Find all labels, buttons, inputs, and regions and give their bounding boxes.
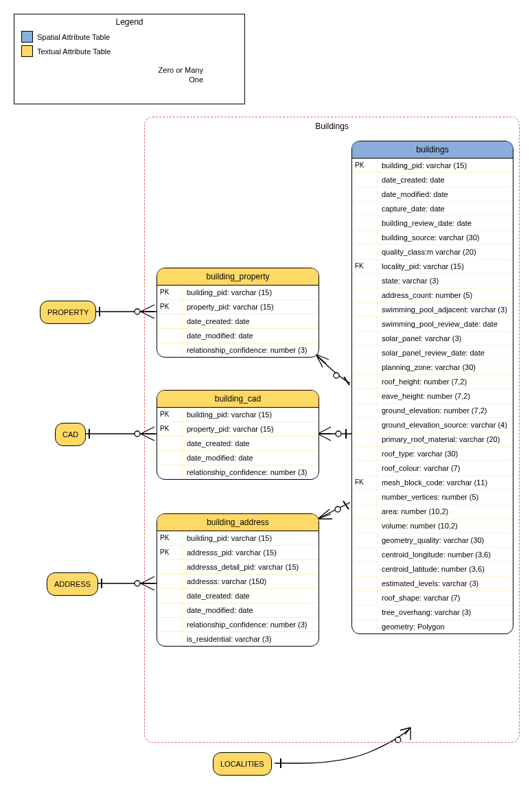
table-row: address_count: number (5) bbox=[352, 288, 513, 303]
table-row: FKlocality_pid: varchar (15) bbox=[352, 259, 513, 274]
key-cell bbox=[157, 451, 183, 465]
table-row: PKbuilding_pid: varchar (15) bbox=[157, 531, 319, 546]
key-cell bbox=[157, 329, 183, 342]
value-cell: centroid_longitude: number (3,6) bbox=[378, 548, 513, 561]
value-cell: date_modified: date bbox=[183, 603, 319, 617]
table-row: date_modified: date bbox=[157, 451, 319, 465]
key-cell bbox=[352, 404, 378, 417]
swatch-yellow bbox=[21, 45, 33, 57]
key-cell: PK bbox=[157, 286, 183, 299]
table-row: PKbuilding_pid: varchar (15) bbox=[157, 408, 319, 422]
table-row: is_residential: varchar (3) bbox=[157, 632, 319, 646]
legend-row-spatial: Spatial Attribute Table bbox=[14, 30, 244, 44]
table-row: relationship_confidence: number (3) bbox=[157, 343, 319, 357]
key-cell: PK bbox=[352, 159, 378, 172]
table-row: PKbuilding_pid: varchar (15) bbox=[352, 159, 513, 173]
entity-building-cad: building_cad PKbuilding_pid: varchar (15… bbox=[157, 390, 319, 480]
key-cell: PK bbox=[157, 408, 183, 421]
key-cell bbox=[352, 216, 378, 230]
svg-point-9 bbox=[135, 581, 140, 586]
table-row: roof_height: number (7,2) bbox=[352, 375, 513, 389]
value-cell: property_pid: varchar (15) bbox=[183, 422, 319, 436]
table-row: date_created: date bbox=[157, 589, 319, 603]
legend-textual-label: Textual Attribute Table bbox=[37, 47, 111, 56]
table-row: area: number (10,2) bbox=[352, 504, 513, 519]
value-cell: relationship_confidence: number (3) bbox=[183, 343, 319, 357]
legend-title: Legend bbox=[14, 14, 244, 30]
value-cell: capture_date: date bbox=[378, 202, 513, 216]
value-cell: relationship_confidence: number (3) bbox=[183, 465, 319, 479]
entity-building-address-header: building_address bbox=[157, 514, 319, 531]
key-cell: FK bbox=[352, 476, 378, 489]
key-cell: PK bbox=[157, 546, 183, 559]
key-cell bbox=[352, 447, 378, 461]
legend-zero-many: Zero or Many bbox=[14, 65, 203, 75]
value-cell: ground_elevation: number (7,2) bbox=[378, 404, 513, 417]
value-cell: building_source: varchar (30) bbox=[378, 231, 513, 244]
table-row: roof_shape: varchar (7) bbox=[352, 591, 513, 605]
entity-building-property-header: building_property bbox=[157, 268, 319, 286]
table-row: solar_panel_review_date: date bbox=[352, 346, 513, 360]
key-cell bbox=[352, 332, 378, 345]
table-row: building_source: varchar (30) bbox=[352, 231, 513, 245]
table-row: eave_height: number (7,2) bbox=[352, 389, 513, 404]
key-cell: PK bbox=[157, 531, 183, 545]
table-row: capture_date: date bbox=[352, 202, 513, 216]
value-cell: solar_panel_review_date: date bbox=[378, 346, 513, 360]
table-row: date_modified: date bbox=[352, 187, 513, 202]
value-cell: date_created: date bbox=[183, 589, 319, 603]
key-cell bbox=[352, 187, 378, 201]
key-cell: PK bbox=[157, 300, 183, 314]
key-cell bbox=[157, 574, 183, 588]
key-cell bbox=[157, 437, 183, 450]
value-cell: area: number (10,2) bbox=[378, 504, 513, 518]
key-cell bbox=[352, 173, 378, 187]
key-cell: PK bbox=[157, 422, 183, 436]
value-cell: address_count: number (5) bbox=[378, 288, 513, 302]
value-cell: centroid_latitude: number (3,6) bbox=[378, 562, 513, 576]
table-row: volume: number (10,2) bbox=[352, 519, 513, 533]
key-cell bbox=[352, 461, 378, 475]
table-row: estimated_levels: varchar (3) bbox=[352, 577, 513, 591]
key-cell bbox=[157, 343, 183, 357]
table-row: relationship_confidence: number (3) bbox=[157, 618, 319, 632]
value-cell: date_modified: date bbox=[183, 329, 319, 342]
key-cell bbox=[352, 605, 378, 619]
value-cell: primary_roof_material: varchar (20) bbox=[378, 432, 513, 446]
key-cell bbox=[352, 346, 378, 360]
value-cell: volume: number (10,2) bbox=[378, 519, 513, 533]
table-row: geometry_quality: varchar (30) bbox=[352, 533, 513, 548]
key-cell bbox=[352, 562, 378, 576]
value-cell: eave_height: number (7,2) bbox=[378, 389, 513, 403]
value-cell: building_pid: varchar (15) bbox=[183, 286, 319, 299]
value-cell: building_pid: varchar (15) bbox=[183, 531, 319, 545]
table-row: building_review_date: date bbox=[352, 216, 513, 231]
value-cell: property_pid: varchar (15) bbox=[183, 300, 319, 314]
entity-buildings-header: buildings bbox=[352, 141, 513, 159]
table-row: geometry: Polygon bbox=[352, 620, 513, 634]
key-cell bbox=[352, 202, 378, 216]
table-row: roof_colour: varchar (7) bbox=[352, 461, 513, 476]
ext-cad: CAD bbox=[55, 423, 86, 446]
key-cell bbox=[157, 314, 183, 328]
entity-building-property: building_property PKbuilding_pid: varcha… bbox=[157, 268, 319, 358]
table-row: centroid_longitude: number (3,6) bbox=[352, 548, 513, 562]
table-row: relationship_confidence: number (3) bbox=[157, 465, 319, 479]
table-row: PKproperty_pid: varchar (15) bbox=[157, 422, 319, 437]
value-cell: geometry: Polygon bbox=[378, 620, 513, 634]
key-cell bbox=[352, 375, 378, 388]
value-cell: ground_elevation_source: varchar (4) bbox=[378, 418, 513, 432]
value-cell: date_created: date bbox=[183, 437, 319, 450]
table-row: addresss_detail_pid: varchar (15) bbox=[157, 560, 319, 574]
table-row: FKmesh_block_code: varchar (11) bbox=[352, 476, 513, 490]
key-cell bbox=[157, 632, 183, 646]
table-row: PKbuilding_pid: varchar (15) bbox=[157, 286, 319, 300]
value-cell: tree_overhang: varchar (3) bbox=[378, 605, 513, 619]
table-row: swimming_pool_adjacent: varchar (3) bbox=[352, 303, 513, 317]
value-cell: planning_zone: varchar (30) bbox=[378, 360, 513, 374]
key-cell bbox=[352, 418, 378, 432]
value-cell: building_pid: varchar (15) bbox=[378, 159, 513, 172]
table-row: date_created: date bbox=[157, 314, 319, 329]
table-row: roof_type: varchar (30) bbox=[352, 447, 513, 461]
value-cell: addresss_detail_pid: varchar (15) bbox=[183, 560, 319, 574]
